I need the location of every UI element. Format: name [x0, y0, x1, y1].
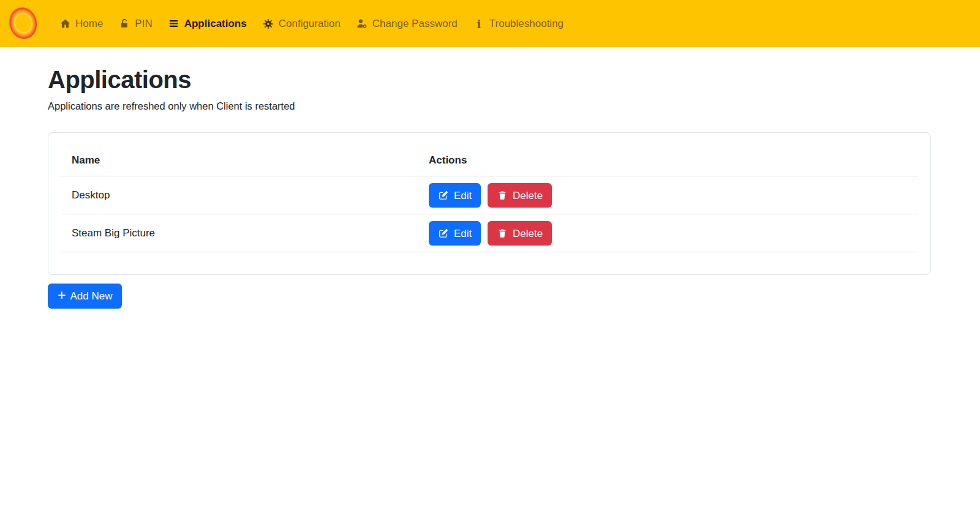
pen-square-icon	[438, 190, 449, 201]
app-name: Steam Big Picture	[61, 214, 429, 252]
app-name: Desktop	[61, 176, 429, 214]
column-header-name: Name	[61, 145, 429, 176]
main-content: Applications Applications are refreshed …	[48, 66, 931, 309]
table-row: Desktop Edit	[61, 176, 918, 214]
delete-button[interactable]: Delete	[488, 183, 552, 208]
pen-square-icon	[438, 228, 449, 239]
nav-label: Troubleshooting	[489, 18, 564, 29]
edit-button[interactable]: Edit	[429, 221, 481, 246]
trash-icon	[497, 190, 508, 201]
row-actions: Edit Delete	[429, 176, 918, 214]
applications-card: Name Actions Desktop	[48, 132, 931, 275]
info-icon: i	[473, 18, 484, 29]
gear-icon	[263, 18, 274, 29]
row-actions: Edit Delete	[429, 214, 918, 252]
bars-icon	[168, 18, 179, 29]
edit-button-label: Edit	[454, 228, 472, 239]
nav-label: Change Password	[372, 18, 458, 29]
nav-label: Configuration	[279, 18, 341, 29]
nav-item-home[interactable]: Home	[51, 13, 111, 34]
nav-label: Applications	[184, 18, 247, 29]
delete-button-label: Delete	[513, 228, 543, 239]
table-row: Steam Big Picture Edit	[61, 214, 918, 252]
navbar: Home PIN Applications	[0, 0, 980, 47]
add-new-button[interactable]: + Add New	[48, 284, 122, 309]
unlock-icon	[119, 18, 130, 29]
nav-item-configuration[interactable]: Configuration	[255, 13, 349, 34]
brand-link[interactable]	[9, 6, 38, 42]
add-new-button-label: Add New	[70, 291, 112, 301]
home-icon	[59, 18, 70, 29]
sunshine-logo-icon	[5, 3, 42, 45]
user-gear-icon	[356, 18, 368, 29]
column-header-actions: Actions	[429, 145, 918, 176]
nav-item-applications[interactable]: Applications	[160, 13, 255, 34]
edit-button[interactable]: Edit	[429, 183, 481, 208]
edit-button-label: Edit	[454, 190, 472, 201]
nav-label: Home	[75, 18, 103, 29]
plus-icon: +	[58, 288, 66, 303]
delete-button[interactable]: Delete	[488, 221, 552, 246]
page-title: Applications	[48, 66, 931, 94]
table-header-row: Name Actions	[61, 145, 918, 176]
delete-button-label: Delete	[513, 190, 543, 201]
page-subtitle: Applications are refreshed only when Cli…	[48, 100, 931, 112]
nav-item-pin[interactable]: PIN	[111, 13, 160, 34]
nav-item-change-password[interactable]: Change Password	[349, 13, 466, 34]
applications-table: Name Actions Desktop	[61, 145, 918, 252]
nav-item-troubleshooting[interactable]: i Troubleshooting	[466, 13, 571, 34]
nav-label: PIN	[135, 18, 152, 29]
trash-icon	[497, 228, 508, 239]
